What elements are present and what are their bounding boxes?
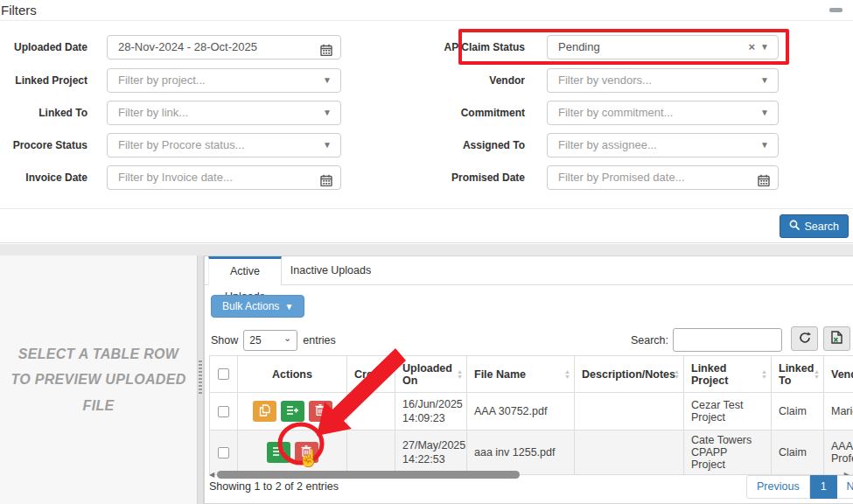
- col-vendor[interactable]: Vendor: [824, 356, 853, 393]
- tab-inactive-uploads[interactable]: Inactive Uploads: [282, 256, 380, 285]
- entries-label: entries: [303, 334, 336, 346]
- tab-active-uploads[interactable]: Active Uploads: [208, 256, 282, 285]
- calendar-icon: [320, 41, 332, 60]
- lower-section: SELECT A TABLE ROW TO PREVIEW UPLOADED F…: [0, 244, 853, 504]
- preview-placeholder-message: SELECT A TABLE ROW TO PREVIEW UPLOADED F…: [9, 341, 188, 419]
- resize-handle-icon: [199, 360, 202, 394]
- list-plus-icon: [272, 446, 284, 459]
- bulk-actions-button[interactable]: Bulk Actions ▼: [211, 295, 304, 318]
- linked-to-select[interactable]: Filter by link... ▼: [107, 101, 341, 125]
- clear-selection-icon[interactable]: ×: [748, 36, 755, 58]
- collapse-panel-icon[interactable]: [829, 8, 843, 12]
- show-label: Show: [211, 334, 238, 346]
- chevron-down-icon: ▼: [323, 102, 332, 124]
- table-search-label: Search:: [581, 334, 668, 346]
- file-name-cell: aaa inv 1255.pdf: [467, 430, 575, 475]
- chevron-down-icon: ▼: [323, 69, 332, 92]
- linked-project-cell: Cate Towers CPAPP Project: [684, 430, 772, 475]
- pagination-page-1[interactable]: 1: [810, 475, 837, 499]
- uploads-table: Actions Create Uploaded On▲▼ File Name▲▼…: [209, 355, 853, 475]
- copy-action-button[interactable]: [253, 401, 276, 422]
- scroll-left-icon[interactable]: ◀: [209, 471, 214, 479]
- sort-icon: ▲▼: [814, 369, 820, 380]
- linked-project-select[interactable]: Filter by project... ▼: [107, 68, 341, 93]
- sort-icon: ▲▼: [457, 369, 463, 380]
- uploads-card: Active Uploads Inactive Uploads Bulk Act…: [204, 256, 853, 504]
- uploads-tabs: Active Uploads Inactive Uploads: [205, 256, 853, 285]
- commitment-select[interactable]: Filter by commitment... ▼: [547, 101, 779, 125]
- col-file-name[interactable]: File Name▲▼: [467, 356, 575, 393]
- promised-date-input[interactable]: Filter by Promised date...: [547, 165, 779, 190]
- file-name-cell: AAA 30752.pdf: [467, 393, 575, 430]
- description-cell: [575, 430, 684, 475]
- scrollbar-thumb[interactable]: [217, 471, 520, 479]
- description-cell: [575, 393, 684, 430]
- panel-resize-gutter[interactable]: [197, 256, 204, 504]
- page: Filters Uploaded Date 28-Nov-2024 - 28-O…: [0, 0, 853, 504]
- trash-icon: [301, 445, 311, 459]
- procore-status-label: Procore Status: [0, 133, 87, 158]
- procore-status-select[interactable]: Filter by Procore status... ▼: [107, 133, 341, 158]
- invoice-date-input[interactable]: Filter by Invoice date...: [107, 165, 341, 190]
- col-select: [210, 356, 238, 393]
- filters-title: Filters: [1, 3, 37, 18]
- assigned-to-label: Assigned To: [437, 133, 525, 158]
- pagination: Previous 1 Next: [746, 475, 853, 499]
- col-linked-to[interactable]: Linked To▲▼: [772, 356, 824, 393]
- showing-entries-text: Showing 1 to 2 of 2 entries: [209, 480, 339, 493]
- filters-panel: Filters Uploaded Date 28-Nov-2024 - 28-O…: [0, 0, 853, 244]
- sort-icon: ▲▼: [761, 369, 767, 380]
- filters-header: Filters: [0, 0, 853, 21]
- linked-project-cell: Cezar Test Project: [684, 393, 772, 430]
- vendor-select[interactable]: Filter by vendors... ▼: [547, 68, 779, 93]
- col-create: Create: [347, 356, 395, 393]
- delete-action-button[interactable]: [295, 442, 318, 463]
- chevron-down-icon: ▼: [760, 36, 769, 59]
- refresh-button[interactable]: [791, 326, 818, 351]
- linked-to-cell: Claim: [772, 393, 824, 430]
- pagination-next[interactable]: Next: [837, 475, 853, 499]
- vendor-cell: Maric: [824, 393, 853, 430]
- page-size-select[interactable]: 25 ⌄: [243, 330, 297, 351]
- select-all-checkbox[interactable]: [218, 368, 229, 380]
- vendor-label: Vendor: [437, 68, 525, 93]
- linked-project-label: Linked Project: [0, 68, 87, 93]
- row-checkbox[interactable]: [218, 406, 229, 417]
- table-row[interactable]: 27/May/2025 14:22:53 aaa inv 1255.pdf Ca…: [210, 430, 853, 475]
- uploaded-on-cell: 27/May/2025 14:22:53: [395, 430, 467, 475]
- chevron-down-icon: ▼: [760, 69, 769, 92]
- col-description-notes[interactable]: Description/Notes▲▼: [575, 356, 684, 393]
- invoice-date-label: Invoice Date: [0, 165, 87, 190]
- ap-claim-status-select[interactable]: Pending × ▼: [547, 35, 779, 60]
- row-checkbox[interactable]: [218, 447, 229, 458]
- excel-file-icon: [831, 331, 843, 346]
- table-row[interactable]: 16/Jun/2025 14:09:23 AAA 30752.pdf Cezar…: [210, 393, 853, 430]
- table-search-input[interactable]: [673, 328, 782, 352]
- chevron-down-icon: ▼: [284, 302, 293, 312]
- table-header-row: Actions Create Uploaded On▲▼ File Name▲▼…: [210, 356, 853, 393]
- delete-action-button[interactable]: [309, 401, 332, 422]
- trash-icon: [315, 404, 325, 418]
- col-actions: Actions: [238, 356, 347, 393]
- vendor-cell: AAA C Profe: [824, 430, 853, 475]
- link-line-items-action-button[interactable]: [281, 401, 304, 422]
- preview-panel: SELECT A TABLE ROW TO PREVIEW UPLOADED F…: [0, 256, 197, 504]
- page-length-control: Show 25 ⌄ entries: [211, 330, 336, 351]
- pagination-previous[interactable]: Previous: [746, 475, 810, 499]
- link-line-items-action-button[interactable]: [267, 442, 290, 463]
- chevron-down-icon: ⌄: [283, 328, 291, 347]
- promised-date-label: Promised Date: [437, 165, 525, 190]
- chevron-down-icon: ▼: [323, 134, 332, 157]
- copy-icon: [259, 404, 270, 419]
- uploaded-date-input[interactable]: 28-Nov-2024 - 28-Oct-2025: [107, 35, 341, 60]
- export-excel-button[interactable]: [823, 326, 850, 351]
- chevron-down-icon: ▼: [760, 102, 769, 124]
- search-button[interactable]: Search: [780, 214, 849, 238]
- assigned-to-select[interactable]: Filter by assignee... ▼: [547, 133, 779, 158]
- sort-icon: ▲▼: [564, 369, 570, 380]
- sort-icon: ▲▼: [674, 369, 680, 380]
- col-linked-project[interactable]: Linked Project▲▼: [684, 356, 772, 393]
- col-uploaded-on[interactable]: Uploaded On▲▼: [395, 356, 467, 393]
- ap-claim-status-label: AP Claim Status: [437, 35, 525, 60]
- table-search-control: Search:: [581, 328, 782, 352]
